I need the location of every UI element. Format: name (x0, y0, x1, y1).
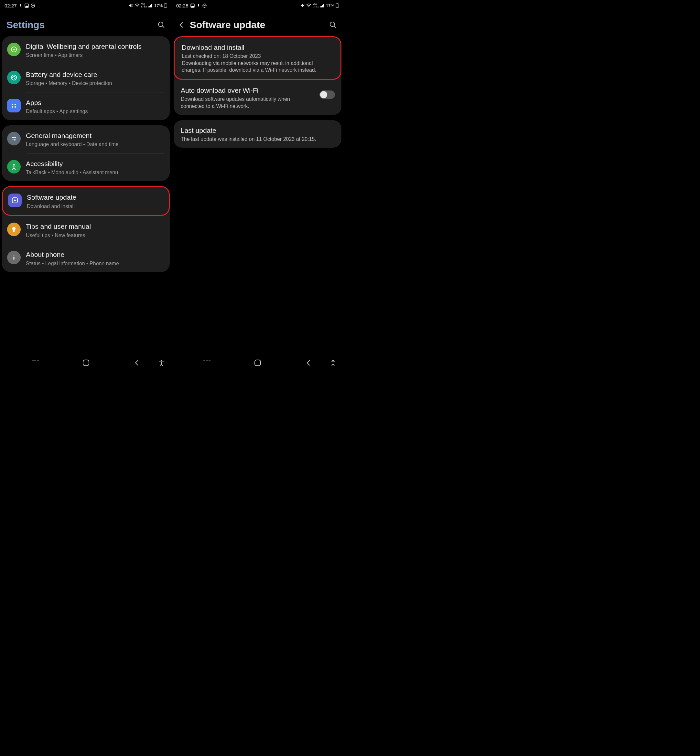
person-icon (7, 160, 21, 173)
search-icon[interactable] (158, 21, 165, 29)
settings-item-swupdate[interactable]: Software updateDownload and install (2, 186, 170, 216)
status-time: 02:27 (5, 3, 17, 8)
download-ring-icon (8, 193, 22, 207)
svg-point-18 (12, 104, 13, 105)
signal-icon (148, 3, 153, 8)
mute-icon (129, 3, 133, 8)
svg-rect-36 (191, 4, 194, 8)
svg-point-26 (13, 164, 15, 165)
svg-rect-55 (255, 360, 261, 366)
signal-icon (320, 3, 325, 8)
settings-item-about[interactable]: About phoneStatus • Legal information • … (2, 244, 170, 272)
svg-point-23 (12, 137, 14, 138)
battery-icon (164, 3, 167, 8)
item-title: Download and install (182, 43, 334, 52)
accessibility-nav-icon[interactable] (157, 359, 166, 366)
svg-point-29 (13, 256, 14, 257)
battery-percent: 17% (326, 3, 334, 8)
settings-item-accessibility[interactable]: AccessibilityTalkBack • Mono audio • Ass… (2, 153, 170, 181)
software-update-screen: 02:28 Vo)LTE1 17% Software update (172, 0, 344, 371)
header: Settings (0, 10, 172, 36)
item-title: Auto download over Wi-Fi (181, 86, 314, 95)
svg-rect-43 (320, 6, 321, 8)
update-item-autodl[interactable]: Auto download over Wi-FiDownload softwar… (173, 80, 341, 115)
svg-rect-49 (336, 7, 338, 8)
page-title: Software update (190, 19, 324, 30)
bulb-icon (7, 223, 21, 236)
recents-button[interactable] (202, 359, 211, 366)
status-time: 02:28 (176, 3, 189, 8)
back-button[interactable] (132, 359, 141, 366)
svg-point-20 (12, 106, 13, 108)
svg-point-35 (161, 360, 162, 361)
update-item-download[interactable]: Download and installLast checked on: 18 … (173, 36, 341, 80)
svg-line-15 (162, 26, 164, 28)
recents-button[interactable] (31, 359, 40, 366)
item-title: Apps (26, 98, 163, 107)
accessibility-nav-icon[interactable] (328, 359, 338, 366)
item-title: Tips and user manual (26, 222, 163, 231)
item-title: About phone (26, 250, 163, 259)
image-icon (191, 3, 195, 8)
dots-icon (7, 99, 21, 112)
search-icon[interactable] (329, 21, 337, 29)
home-button[interactable] (81, 359, 91, 366)
back-button[interactable] (304, 359, 313, 366)
svg-rect-45 (322, 5, 323, 8)
item-title: Digital Wellbeing and parental controls (26, 42, 163, 51)
item-subtitle: Last checked on: 18 October 2023 Downloa… (182, 53, 334, 74)
svg-point-17 (11, 75, 17, 80)
volte-icon: Vo)LTE1 (141, 3, 147, 8)
home-button[interactable] (253, 359, 262, 366)
battery-percent: 17% (154, 3, 162, 8)
svg-rect-44 (321, 6, 322, 8)
image-icon (25, 3, 29, 8)
item-title: Accessibility (26, 159, 163, 168)
svg-rect-13 (164, 7, 167, 8)
item-title: General management (26, 131, 163, 140)
dnd-icon (202, 3, 206, 8)
item-subtitle: TalkBack • Mono audio • Assistant menu (26, 169, 163, 176)
dnd-icon (31, 3, 35, 8)
update-item-last[interactable]: Last updateThe last update was installed… (173, 120, 341, 148)
item-title: Battery and device care (26, 70, 163, 79)
svg-rect-9 (150, 5, 151, 8)
info-icon (7, 251, 21, 264)
svg-point-6 (137, 6, 138, 8)
svg-rect-34 (83, 360, 89, 366)
svg-rect-7 (148, 6, 149, 8)
item-subtitle: Download software updates automatically … (181, 96, 314, 109)
settings-list: Digital Wellbeing and parental controlsS… (0, 36, 172, 354)
settings-item-battery[interactable]: Battery and device careStorage • Memory … (2, 64, 170, 92)
upload-icon (197, 3, 200, 8)
svg-point-56 (332, 360, 334, 361)
volte-icon: Vo)LTE1 (312, 3, 319, 8)
settings-item-tips[interactable]: Tips and user manualUseful tips • New fe… (2, 216, 170, 244)
svg-point-25 (14, 139, 16, 140)
svg-rect-8 (149, 6, 150, 8)
svg-point-14 (158, 22, 163, 26)
header: Software update (172, 10, 344, 36)
svg-point-21 (14, 106, 16, 108)
settings-item-apps[interactable]: AppsDefault apps • App settings (2, 92, 170, 120)
status-bar: 02:27 Vo)LTE1 17% (0, 0, 172, 10)
svg-point-1 (25, 5, 26, 5)
settings-item-general[interactable]: General managementLanguage and keyboard … (2, 125, 170, 153)
wifi-icon (134, 3, 140, 8)
sliders-icon (7, 132, 21, 145)
status-bar: 02:28 Vo)LTE1 17% (172, 0, 344, 10)
svg-rect-30 (14, 257, 14, 260)
auto-download-toggle[interactable] (319, 90, 335, 99)
nav-bar (172, 354, 344, 371)
item-title: Last update (181, 126, 335, 135)
svg-rect-12 (165, 3, 166, 3)
back-icon[interactable] (178, 21, 184, 29)
item-subtitle: Language and keyboard • Date and time (26, 141, 163, 148)
settings-item-wellbeing[interactable]: Digital Wellbeing and parental controlsS… (2, 36, 170, 64)
item-subtitle: Download and install (27, 203, 162, 210)
refresh-ring-icon (7, 71, 21, 84)
battery-icon (336, 3, 339, 8)
item-subtitle: Status • Legal information • Phone name (26, 260, 163, 267)
svg-rect-46 (323, 4, 323, 8)
svg-point-37 (191, 5, 192, 5)
